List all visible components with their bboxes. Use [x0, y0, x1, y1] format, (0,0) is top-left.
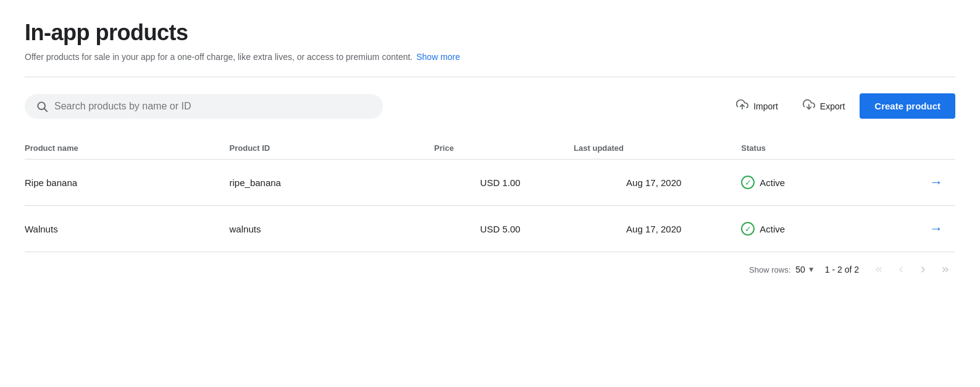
- show-more-link[interactable]: Show more: [416, 52, 460, 62]
- row-arrow-button-1[interactable]: →: [924, 218, 948, 239]
- export-button[interactable]: Export: [793, 92, 855, 120]
- cell-status-1: ✓ Active: [741, 206, 890, 252]
- pagination-buttons: [869, 262, 955, 277]
- subtitle-text: Offer products for sale in your app for …: [25, 52, 413, 62]
- search-input[interactable]: [54, 101, 372, 112]
- export-label: Export: [820, 101, 845, 111]
- cell-updated-0: Aug 17, 2020: [574, 159, 741, 206]
- cell-name-1: Walnuts: [25, 206, 230, 252]
- status-icon-0: ✓: [741, 176, 755, 189]
- page-info: 1 - 2 of 2: [825, 265, 859, 274]
- import-button[interactable]: Import: [726, 92, 788, 120]
- col-header-arrow: [890, 137, 955, 159]
- cell-price-1: USD 5.00: [434, 206, 574, 252]
- cell-id-1: walnuts: [230, 206, 435, 252]
- first-page-button[interactable]: [869, 262, 889, 277]
- products-table: Product name Product ID Price Last updat…: [25, 137, 955, 252]
- rows-select[interactable]: 50 ▼: [795, 265, 815, 274]
- export-icon: [803, 98, 815, 114]
- status-badge-0: ✓ Active: [741, 176, 882, 189]
- row-arrow-button-0[interactable]: →: [924, 172, 948, 193]
- col-header-price: Price: [434, 137, 574, 159]
- col-header-id: Product ID: [230, 137, 435, 159]
- status-label-1: Active: [760, 224, 785, 234]
- cell-id-0: ripe_banana: [230, 159, 435, 206]
- cell-updated-1: Aug 17, 2020: [574, 206, 741, 252]
- show-rows-control: Show rows: 50 ▼: [749, 265, 815, 274]
- section-divider: [25, 77, 955, 77]
- table-row: Walnuts walnuts USD 5.00 Aug 17, 2020 ✓ …: [25, 206, 955, 252]
- status-icon-1: ✓: [741, 222, 755, 236]
- page-subtitle: Offer products for sale in your app for …: [25, 52, 955, 62]
- toolbar: Import Export Create product: [25, 92, 955, 120]
- cell-arrow-0: →: [890, 159, 955, 206]
- create-product-button[interactable]: Create product: [860, 93, 955, 119]
- last-page-button[interactable]: [936, 262, 955, 277]
- col-header-name: Product name: [25, 137, 230, 159]
- toolbar-actions: Import Export Create product: [726, 92, 955, 120]
- cell-arrow-1: →: [890, 206, 955, 252]
- table-header-row: Product name Product ID Price Last updat…: [25, 137, 955, 159]
- page-title: In-app products: [25, 20, 955, 46]
- col-header-status: Status: [741, 137, 890, 159]
- cell-price-0: USD 1.00: [434, 159, 574, 206]
- table-row: Ripe banana ripe_banana USD 1.00 Aug 17,…: [25, 159, 955, 206]
- search-icon: [36, 100, 48, 113]
- search-container: [25, 94, 383, 119]
- import-label: Import: [753, 101, 778, 111]
- cell-name-0: Ripe banana: [25, 159, 230, 206]
- svg-line-1: [44, 108, 48, 111]
- status-label-0: Active: [760, 177, 785, 188]
- dropdown-icon: ▼: [808, 265, 815, 274]
- show-rows-label: Show rows:: [749, 265, 790, 274]
- col-header-updated: Last updated: [574, 137, 741, 159]
- cell-status-0: ✓ Active: [741, 159, 890, 206]
- prev-page-button[interactable]: [891, 262, 911, 277]
- next-page-button[interactable]: [913, 262, 933, 277]
- rows-count: 50: [795, 265, 805, 274]
- pagination-row: Show rows: 50 ▼ 1 - 2 of 2: [25, 252, 955, 277]
- status-badge-1: ✓ Active: [741, 222, 882, 236]
- import-icon: [736, 98, 748, 114]
